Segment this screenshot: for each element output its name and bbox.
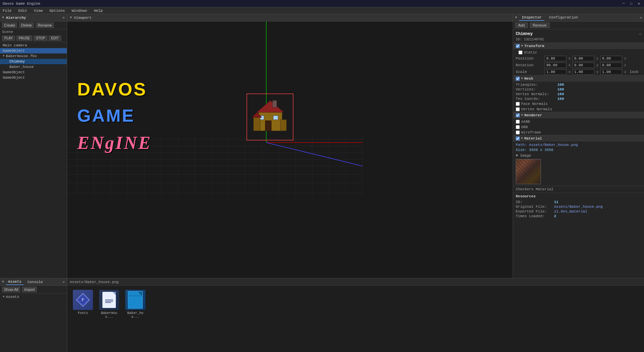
obb-checkbox[interactable] [516, 125, 520, 129]
tab-console[interactable]: Console [26, 279, 45, 285]
position-y-input[interactable] [572, 56, 594, 61]
renderer-checkbox[interactable] [516, 113, 520, 117]
scale-y-input[interactable] [572, 69, 594, 75]
image-triangle-icon: ▼ [516, 154, 518, 158]
assets-toolbar: Show All Import [0, 286, 67, 294]
menu-view[interactable]: View [33, 8, 44, 13]
rz-axis-label: z [624, 64, 626, 67]
vertex-normals-checkbox[interactable] [516, 107, 520, 111]
asset-item-bakerhouse[interactable]: BakerHous... [97, 290, 121, 319]
position-x-input[interactable] [545, 56, 566, 61]
mesh-checkbox[interactable] [516, 77, 520, 81]
tab-inspector[interactable]: Inspector [519, 15, 544, 21]
object-enable-toggle[interactable]: ☐ [639, 32, 641, 36]
resource-exported-row: Exported File: 11.dvs_material [516, 209, 641, 214]
asset-item-fonts[interactable]: F Fonts [71, 290, 95, 319]
delete-button[interactable]: Delete [19, 23, 34, 28]
section-renderer[interactable]: ▼ Renderer [513, 112, 644, 118]
tree-item-bakerhouse[interactable]: ▼ BakerHouse.fbx [0, 53, 67, 59]
inspector-triangle-icon: ▼ [515, 16, 517, 19]
position-label: Position [516, 56, 543, 61]
resource-exported-key: Exported File: [516, 209, 553, 213]
viewport-canvas[interactable]: DAVOS GAME ENgINE [67, 22, 513, 278]
wireframe-option[interactable]: Wireframe [513, 130, 644, 135]
assets-tree-label: Assets [6, 295, 19, 299]
transform-checkbox[interactable] [516, 44, 520, 48]
close-button[interactable]: ✕ [636, 1, 641, 6]
show-all-button[interactable]: Show All [2, 287, 20, 292]
inspector-close-button[interactable]: ✕ [640, 15, 642, 20]
baker-png-label: Baker_hou... [124, 311, 147, 319]
tree-item-gameobject-3[interactable]: GameObject [0, 75, 67, 80]
assets-tree-item-assets[interactable]: ▼ Assets [0, 294, 67, 300]
aabb-option[interactable]: AABB [513, 119, 644, 124]
obb-option[interactable]: OBB [513, 124, 644, 130]
tree-item-chimney[interactable]: Chimney [0, 59, 67, 64]
resource-exported-value: 11.dvs_material [554, 209, 587, 213]
tree-item-gameobject-2[interactable]: GameObject [0, 70, 67, 75]
section-material[interactable]: ▼ Material [513, 135, 644, 142]
hierarchy-header: ▼ Hierarchy ✕ [0, 14, 67, 22]
menu-file[interactable]: File [1, 8, 13, 13]
material-checkbox[interactable] [516, 136, 520, 141]
section-transform[interactable]: ▼ Transform [513, 43, 644, 49]
menu-edit[interactable]: Edit [17, 8, 28, 13]
tree-item-gameobject-1[interactable]: GameObject [0, 48, 67, 53]
material-size-key: Size: [516, 148, 529, 152]
menu-options[interactable]: Options [48, 8, 66, 13]
scale-z-input[interactable] [600, 69, 622, 75]
minimize-button[interactable]: ─ [621, 1, 626, 6]
wireframe-checkbox[interactable] [516, 130, 520, 134]
material-size-row: Size: 3556 x 3556 [513, 148, 644, 152]
static-checkbox[interactable] [518, 50, 522, 54]
pause-button[interactable]: PAUSE [16, 36, 32, 41]
assets-content: Assets/Baker_house.png F Fonts [67, 278, 644, 352]
tree-item-main-camera[interactable]: Main camera [0, 43, 67, 48]
scale-label: Scale [516, 70, 543, 74]
static-label: Static [524, 50, 537, 54]
edit-button[interactable]: EDIT [49, 36, 61, 41]
mesh-tex-coords-row: Tex Coords: 160 [513, 96, 644, 101]
import-button[interactable]: Import [22, 287, 37, 292]
scale-row: Scale x y z lock [513, 69, 644, 75]
titlebar-controls[interactable]: ─ ☐ ✕ [621, 1, 641, 6]
rename-button[interactable]: Rename [36, 23, 54, 28]
png-file-icon [128, 291, 143, 309]
position-z-input[interactable] [600, 56, 622, 61]
rotation-x-input[interactable] [545, 63, 566, 68]
remove-button[interactable]: Remove [530, 23, 550, 28]
face-normals-checkbox[interactable] [516, 102, 520, 106]
fonts-icon-bg: F [73, 290, 93, 310]
add-button[interactable]: Add [515, 23, 528, 28]
resources-title: Resources [516, 194, 641, 198]
create-button[interactable]: Create [2, 23, 17, 28]
assets-content-header: Assets/Baker_house.png [67, 278, 644, 286]
section-mesh[interactable]: ▼ Mesh [513, 75, 644, 82]
material-size-value: 3556 x 3556 [529, 148, 554, 152]
assets-close-button[interactable]: ✕ [62, 280, 65, 284]
viewport-text-davos: DAVOS [77, 79, 147, 100]
inspector-body: Chimney ☐ ID: 1321140701 ▼ Transform Sta… [513, 29, 644, 278]
hierarchy-close-button[interactable]: ✕ [62, 15, 65, 20]
asset-item-baker-png[interactable]: Baker_hou... [124, 290, 147, 319]
inspector-toolbar: Add Remove [513, 22, 644, 29]
rotation-y-input[interactable] [572, 63, 594, 68]
maximize-button[interactable]: ☐ [629, 1, 634, 6]
fonts-label: Fonts [78, 311, 88, 315]
inspector-object-name: Chimney ☐ [513, 31, 644, 37]
object-name-label: Chimney [516, 32, 533, 36]
menu-help[interactable]: Help [93, 8, 104, 13]
tree-item-baker-house[interactable]: Baker_house [0, 64, 67, 70]
stop-button[interactable]: STOP [34, 36, 47, 41]
mesh-triangle-icon: ▼ [521, 77, 523, 80]
mesh-vertex-normals-value: 160 [557, 92, 564, 96]
tab-configuration[interactable]: Configuration [546, 15, 581, 21]
menu-windows[interactable]: Windows [70, 8, 88, 13]
tab-assets[interactable]: Assets [6, 279, 24, 285]
svg-rect-40 [280, 120, 286, 131]
aabb-checkbox[interactable] [516, 120, 520, 124]
static-label-row: Static [513, 50, 644, 55]
scale-x-input[interactable] [545, 69, 566, 75]
rotation-z-input[interactable] [600, 63, 622, 68]
play-button[interactable]: PLAY [2, 36, 15, 41]
